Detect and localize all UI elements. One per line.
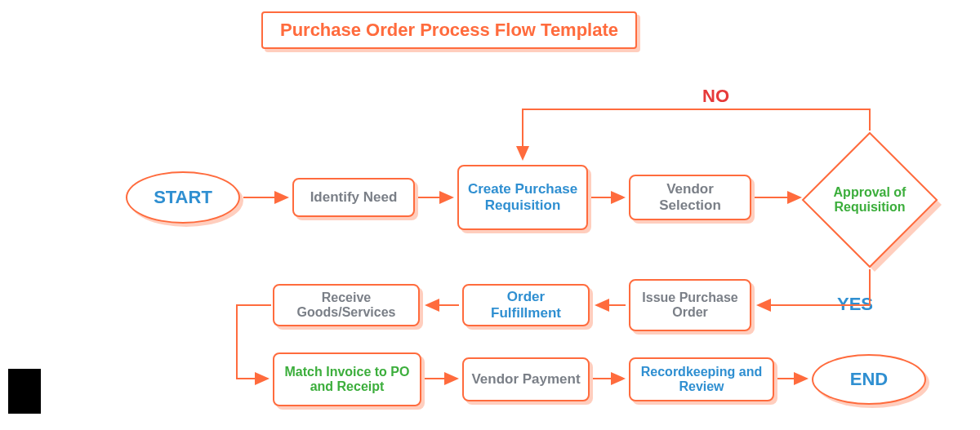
receive-goods-node: Receive Goods/Services [273,284,420,326]
end-label: END [850,369,888,389]
match-invoice-label: Match Invoice to PO and Receipt [281,365,413,395]
vendor-payment-node: Vendor Payment [462,357,590,401]
approval-decision-node: Approval of Requisition [800,131,939,269]
recordkeeping-node: Recordkeeping and Review [629,357,774,401]
issue-po-node: Issue Purchase Order [629,279,751,331]
vendor-selection-label: Vendor Selection [637,181,743,213]
title-text: Purchase Order Process Flow Template [280,20,618,40]
recordkeeping-label: Recordkeeping and Review [637,365,766,395]
start-label: START [154,187,212,207]
identify-need-node: Identify Need [292,178,415,217]
title-box: Purchase Order Process Flow Template [261,11,637,49]
create-requisition-node: Create Purchase Requisition [457,165,588,230]
decision-yes-label: YES [837,294,873,315]
identify-need-label: Identify Need [310,189,398,206]
order-fulfillment-node: Order Fulfillment [462,284,590,326]
approval-label: Approval of Requisition [825,185,915,215]
order-fulfillment-label: Order Fulfillment [470,289,581,321]
create-requisition-label: Create Purchase Requisition [466,181,580,213]
vendor-payment-label: Vendor Payment [471,371,580,388]
vendor-selection-node: Vendor Selection [629,175,751,220]
issue-po-label: Issue Purchase Order [637,290,743,321]
decision-no-label: NO [702,86,729,107]
black-block-decoration [8,369,41,414]
start-node: START [126,171,240,224]
match-invoice-node: Match Invoice to PO and Receipt [273,352,421,406]
end-node: END [812,354,926,405]
receive-goods-label: Receive Goods/Services [281,290,412,321]
